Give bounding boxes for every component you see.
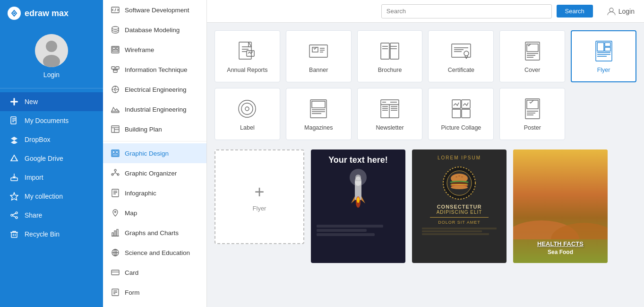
form-icon	[111, 288, 120, 297]
middle-nav-building-plan[interactable]: Building Plan	[103, 119, 206, 139]
sidebar: edraw max Login New My Documents	[0, 0, 103, 307]
middle-nav-industrial-eng[interactable]: Industrial Engineering	[103, 99, 206, 119]
svg-rect-70	[462, 109, 470, 118]
topbar: Search Login	[207, 0, 644, 23]
middle-nav-graphic-organizer[interactable]: Graphic Organizer	[103, 163, 206, 183]
svg-marker-77	[351, 196, 355, 203]
magazines-icon	[307, 97, 330, 121]
svg-rect-20	[112, 47, 115, 49]
burger-lorem-ipsum: LOREM IPSUM	[438, 155, 481, 160]
category-magazines[interactable]: Magazines	[286, 88, 352, 140]
svg-marker-10	[10, 193, 18, 200]
middle-nav-card[interactable]: Card	[103, 263, 206, 282]
software-dev-icon	[111, 5, 120, 15]
middle-nav-database[interactable]: Database Modeling	[103, 20, 206, 40]
app-logo[interactable]: edraw max	[0, 0, 103, 26]
docs-icon	[9, 116, 19, 125]
sidebar-login-label[interactable]: Login	[43, 71, 60, 79]
templates-row: + Flyer Your text here!	[215, 149, 636, 263]
database-icon	[111, 25, 120, 35]
svg-rect-68	[462, 100, 470, 108]
template-health-flyer[interactable]: HEALTH FACTS Sea Food placeholder	[513, 149, 608, 263]
sidebar-item-share[interactable]: Share	[0, 206, 103, 225]
template-new-flyer[interactable]: + Flyer	[215, 149, 304, 244]
sidebar-item-my-collection[interactable]: My collection	[0, 187, 103, 206]
dunes-illustration	[513, 211, 608, 239]
dropbox-icon	[9, 135, 19, 144]
content-area: Annual Reports Banner	[207, 23, 644, 307]
middle-nav-graphic-design[interactable]: Graphic Design	[103, 143, 206, 163]
svg-rect-58	[597, 43, 604, 51]
middle-nav-infographic[interactable]: Infographic	[103, 183, 206, 203]
svg-rect-25	[113, 70, 117, 72]
category-newsletter[interactable]: Newsletter	[357, 88, 423, 140]
svg-rect-52	[390, 43, 399, 59]
new-flyer-plus-icon: +	[254, 182, 264, 202]
search-button[interactable]: Search	[557, 5, 593, 18]
category-flyer[interactable]: Flyer	[571, 30, 636, 82]
template-burger-flyer[interactable]: LOREM IPSUM	[412, 149, 507, 263]
sidebar-item-new[interactable]: New	[0, 92, 103, 111]
svg-rect-29	[112, 126, 119, 132]
svg-rect-56	[527, 44, 538, 52]
middle-nav-form[interactable]: Form	[103, 282, 206, 302]
category-brochure[interactable]: Brochure	[357, 30, 423, 82]
svg-rect-67	[452, 100, 461, 108]
template-space-flyer[interactable]: Your text here!	[311, 149, 405, 263]
poster-label: Poster	[524, 124, 541, 131]
middle-nav-info-technique[interactable]: Information Technique	[103, 60, 206, 79]
svg-rect-28	[112, 111, 119, 113]
middle-nav-electrical-eng[interactable]: Electrical Engineering	[103, 79, 206, 99]
svg-point-12	[11, 214, 13, 216]
sidebar-item-my-documents[interactable]: My Documents	[0, 111, 103, 130]
health-title: HEALTH FACTS	[513, 240, 608, 247]
picture-collage-icon	[449, 97, 473, 121]
wireframe-icon	[111, 45, 120, 54]
svg-point-76	[355, 176, 361, 186]
space-flyer-title: Your text here!	[328, 155, 388, 165]
burger-illustration	[440, 164, 478, 202]
graphs-charts-icon	[111, 228, 120, 237]
category-certificate[interactable]: Certificate	[428, 30, 494, 82]
svg-point-63	[245, 107, 249, 111]
svg-point-86	[461, 176, 463, 177]
middle-nav-software-dev[interactable]: Software Development	[103, 0, 206, 20]
svg-rect-37	[112, 189, 119, 197]
sidebar-item-dropbox[interactable]: DropBox	[0, 130, 103, 149]
category-cover[interactable]: Cover	[499, 30, 565, 82]
svg-rect-60	[605, 47, 610, 51]
sidebar-item-import[interactable]: Import	[0, 168, 103, 187]
sidebar-item-google-drive[interactable]: Google Drive	[0, 149, 103, 168]
middle-nav-graphs-charts[interactable]: Graphs and Charts	[103, 223, 206, 243]
svg-rect-64	[310, 100, 326, 118]
category-picture-collage[interactable]: Picture Collage	[428, 88, 494, 140]
middle-nav-science-edu[interactable]: Science and Education	[103, 243, 206, 263]
flyer-icon	[592, 39, 616, 63]
svg-rect-48	[247, 51, 254, 56]
sidebar-item-recycle-bin[interactable]: Recycle Bin	[0, 225, 103, 244]
svg-rect-41	[117, 229, 118, 236]
topbar-login[interactable]: Login	[607, 7, 635, 16]
middle-nav-wireframe[interactable]: Wireframe	[103, 40, 206, 60]
label-cat-icon	[235, 97, 259, 121]
middle-nav-map[interactable]: Map	[103, 203, 206, 223]
category-banner[interactable]: Banner	[286, 30, 352, 82]
category-label[interactable]: Label	[215, 88, 280, 140]
cover-label: Cover	[524, 67, 540, 73]
svg-rect-23	[112, 67, 115, 69]
svg-point-2	[46, 41, 57, 52]
category-poster[interactable]: Poster	[499, 88, 565, 140]
trash-icon	[9, 229, 19, 239]
search-input[interactable]	[381, 4, 552, 18]
sidebar-nav: New My Documents DropBox Google Drive Im	[0, 88, 103, 307]
certificate-icon	[449, 39, 473, 63]
svg-rect-69	[452, 109, 461, 118]
industrial-eng-icon	[111, 105, 120, 114]
svg-rect-5	[10, 101, 18, 103]
category-annual-reports[interactable]: Annual Reports	[215, 30, 280, 82]
banner-icon	[307, 39, 330, 63]
svg-rect-22	[112, 50, 118, 52]
svg-rect-59	[605, 43, 610, 46]
building-plan-icon	[111, 124, 120, 134]
picture-collage-label: Picture Collage	[441, 124, 481, 131]
